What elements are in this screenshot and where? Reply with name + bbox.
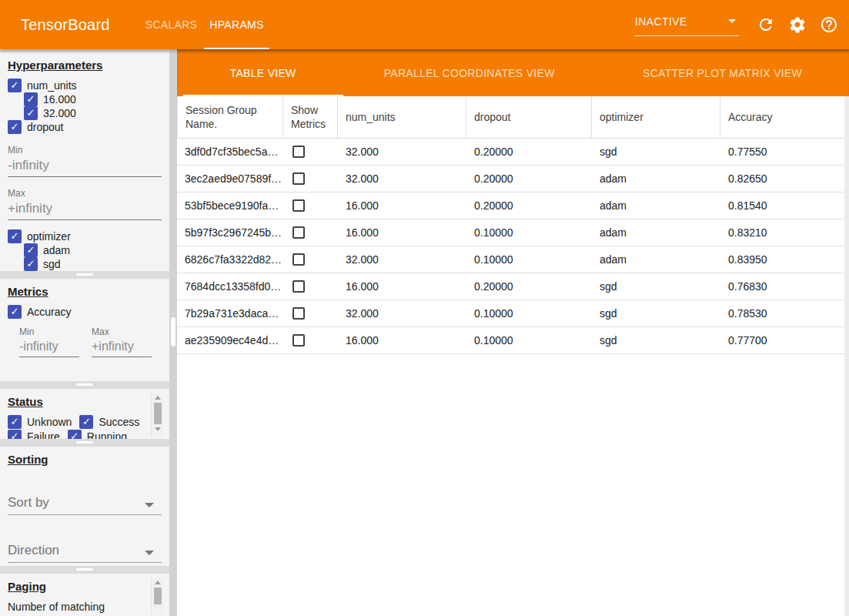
dropout-cell: 0.10000 [466,253,592,266]
status-running-checkbox[interactable] [68,430,82,439]
refresh-icon[interactable] [757,15,775,34]
sort-by-select[interactable]: Sort by [8,495,162,515]
hparam-num-units-row[interactable]: num_units [8,79,169,92]
tab-scatter-plot-matrix-view[interactable]: SCATTER PLOT MATRIX VIEW [596,49,849,96]
status-failure-row[interactable]: Failure [8,430,60,439]
matching-groups-count: Number of matching session groups: 8 [8,600,140,616]
direction-select[interactable]: Direction [8,543,162,563]
dropout-max-input[interactable]: +infinity [8,201,162,220]
dropout-min-input[interactable]: -infinity [8,158,162,177]
tab-table-view[interactable]: TABLE VIEW [183,49,343,96]
main-scrollbar-track[interactable] [844,96,849,616]
session-group-name: 5b97f3c2967245b… [177,226,283,239]
num-units-checkbox[interactable] [8,79,22,92]
status-scrollbar[interactable] [151,393,163,437]
num-units-cell: 16.000 [338,334,466,346]
status-heading: Status [8,395,169,408]
scroll-up-icon[interactable] [155,396,161,400]
paging-scrollbar[interactable] [151,578,163,614]
optimizer-checkbox[interactable] [8,229,22,243]
table-row: 6826c7fa3322d82… 32.000 0.10000 adam 0.8… [177,246,849,273]
num-units-value-row[interactable]: 16.000 [24,92,169,106]
num-units-32-label: 32.000 [43,107,76,119]
show-metrics-checkbox[interactable] [292,280,305,293]
tensorboard-app: TensorBoard SCALARS HPARAMS INACTIVE Hyp… [0,0,849,616]
accuracy-cell: 0.76830 [720,280,849,293]
show-metrics-checkbox[interactable] [292,334,305,346]
status-running-row[interactable]: Running [68,430,127,439]
dropout-cell: 0.20000 [466,199,592,212]
dropout-checkbox[interactable] [8,120,22,134]
metric-accuracy-row[interactable]: Accuracy [8,305,169,319]
table-row: 3df0d7cf35bec5a… 32.000 0.20000 sgd 0.77… [177,139,849,166]
table-row: 7b29a731e3daca… 32.000 0.10000 sgd 0.785… [177,300,849,327]
section-resize-handle[interactable] [76,441,93,444]
show-metrics-cell [283,280,338,293]
sidebar-scrollbar[interactable] [169,49,177,616]
dropout-cell: 0.10000 [466,307,592,320]
show-metrics-cell [283,307,338,320]
status-unknown-row[interactable]: Unknown [8,415,72,429]
num-units-16-checkbox[interactable] [24,92,38,106]
status-success-checkbox[interactable] [79,415,93,429]
hparam-dropout-row[interactable]: dropout [8,120,169,134]
metric-max-input[interactable]: +infinity [92,340,152,357]
show-metrics-checkbox[interactable] [292,146,305,158]
show-metrics-cell [283,253,338,266]
show-metrics-checkbox[interactable] [292,199,305,212]
tab-hparams[interactable]: HPARAMS [204,0,269,49]
optimizer-sgd-row[interactable]: sgd [24,257,169,271]
show-metrics-checkbox[interactable] [292,253,305,266]
col-header-show-metrics: Show Metrics [283,96,338,138]
show-metrics-checkbox[interactable] [292,226,305,239]
metric-minmax-row: Min -infinity Max +infinity [19,326,169,357]
optimizer-adam-row[interactable]: adam [24,243,169,257]
scrollbar-thumb[interactable] [171,317,175,346]
num-units-32-checkbox[interactable] [24,106,38,120]
accuracy-checkbox[interactable] [8,305,22,319]
hparam-optimizer-row[interactable]: optimizer [8,229,169,243]
num-units-value-row[interactable]: 32.000 [24,106,169,120]
dropout-cell: 0.20000 [466,146,592,158]
optimizer-label: optimizer [27,230,71,243]
dropout-cell: 0.10000 [466,334,592,346]
sorting-heading: Sorting [8,453,169,466]
optimizer-cell: adam [592,253,720,266]
session-group-name: 7b29a731e3daca… [177,307,283,320]
dropout-min-label: Min [8,145,169,156]
session-groups-table: Session Group Name. Show Metrics num_uni… [177,96,849,354]
optimizer-cell: sgd [592,307,720,320]
metric-min-input[interactable]: -infinity [19,340,79,357]
status-unknown-checkbox[interactable] [8,415,22,429]
show-metrics-checkbox[interactable] [292,307,305,320]
session-group-name: 6826c7fa3322d82… [177,253,283,266]
view-tabbar: TABLE VIEW PARALLEL COORDINATES VIEW SCA… [177,49,849,96]
num-units-cell: 32.000 [338,253,466,266]
table-row: ae235909ec4e4d… 16.000 0.10000 sgd 0.777… [177,327,849,354]
help-icon[interactable] [820,15,838,34]
optimizer-sgd-label: sgd [43,258,61,270]
section-resize-handle[interactable] [76,383,93,386]
optimizer-adam-checkbox[interactable] [24,243,38,257]
scrollbar-thumb[interactable] [154,588,162,604]
run-selector[interactable]: INACTIVE [635,13,739,36]
section-resize-handle[interactable] [76,568,93,571]
settings-gear-icon[interactable] [788,15,807,34]
scroll-up-icon[interactable] [155,581,161,584]
sorting-section: Sorting Sort by Direction [0,447,169,566]
show-metrics-checkbox[interactable] [292,172,305,185]
session-group-name: 7684dcc13358fd0… [177,280,283,293]
tab-scalars[interactable]: SCALARS [139,0,204,49]
section-resize-handle[interactable] [76,273,93,276]
optimizer-sgd-checkbox[interactable] [24,257,38,271]
scroll-down-icon[interactable] [155,427,161,431]
top-nav-tabs: SCALARS HPARAMS [139,0,269,49]
metrics-section: Metrics Accuracy Min -infinity Max +infi… [0,279,169,381]
session-group-name: 53bf5bece9190fa… [177,199,283,212]
optimizer-cell: adam [592,226,720,239]
scrollbar-thumb[interactable] [154,403,162,424]
status-success-row[interactable]: Success [79,415,139,429]
show-metrics-cell [283,172,338,185]
tab-parallel-coordinates-view[interactable]: PARALLEL COORDINATES VIEW [343,49,596,96]
status-failure-checkbox[interactable] [8,430,22,439]
